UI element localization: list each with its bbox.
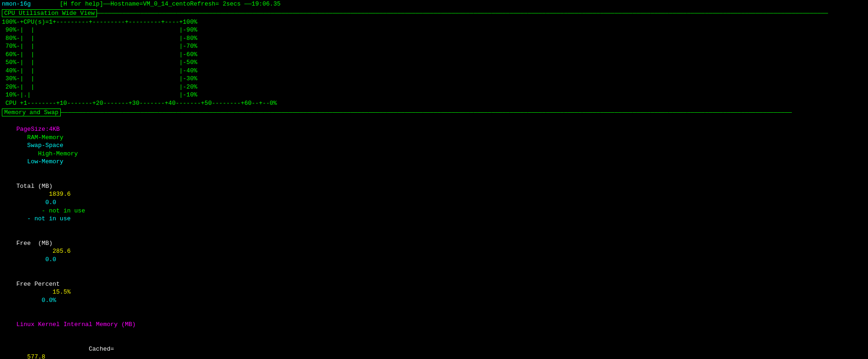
high-memory-label: High-Memory (16, 150, 78, 157)
free-label: Free (MB) (16, 240, 52, 247)
terminal: nmon-16g [H for help]——Hostname=VM_0_14_… (0, 0, 868, 359)
memory-section-label: Memory and Swap (2, 109, 61, 116)
cpu-row-2: 80%-| | |-80% (0, 34, 868, 43)
app-name: nmon-16g (2, 0, 31, 7)
cpu-section-header: CPU Utilisation Wide View———————————————… (0, 8, 868, 18)
cpu-row-0: 100%-+CPU(s)=1+---------+---------+-----… (0, 18, 868, 26)
cpu-row-5: 50%-| | |-50% (0, 58, 868, 67)
total-label: Total (MB) (16, 183, 52, 190)
memory-free-row: Free (MB) 285.6 0.0 (0, 231, 868, 272)
low-memory-label: Low-Memory (16, 158, 63, 165)
free-swap: 0.0 (16, 256, 56, 263)
swap-space-label: Swap-Space (16, 142, 63, 149)
cached-active-row: Cached= 577.8 Active= 1186.3 (0, 337, 868, 359)
total-low: - not in use (16, 215, 71, 222)
ram-memory-label: RAM-Memory (16, 134, 63, 141)
cpu-row-1: 90%-| | |-90% (0, 26, 868, 34)
memory-free-percent-row: Free Percent 15.5% 0.0% (0, 272, 868, 313)
cpu-row-10: CPU +1--------+10-------+20-------+30---… (0, 99, 868, 108)
memory-info-line: PageSize:4KB RAM-Memory Swap-Space High-… (0, 117, 868, 174)
header-help: [H for help]——Hostname=VM_0_14_centoRefr… (31, 0, 280, 7)
header-line: nmon-16g [H for help]——Hostname=VM_0_14_… (0, 0, 868, 8)
page-size: PageSize:4KB (16, 126, 60, 133)
memory-divider: ————————————————————————————————————————… (61, 109, 866, 116)
cpu-row-8: 20%-| | |-20% (0, 83, 868, 91)
free-ram: 285.6 (16, 248, 71, 255)
cpu-row-6: 40%-| | |-40% (0, 67, 868, 75)
kernel-memory-label: Linux Kernel Internal Memory (MB) (0, 313, 868, 337)
cpu-divider: ————————————————————————————————————————… (97, 10, 866, 17)
free-percent-swap: 0.0% (16, 297, 56, 304)
memory-total-row: Total (MB) 1839.6 0.0 - not in use - not… (0, 174, 868, 231)
cpu-row-4: 60%-| | |-60% (0, 51, 868, 59)
free-percent-label: Free Percent (16, 281, 60, 288)
total-swap: 0.0 (16, 199, 56, 206)
memory-section-header: Memory and Swap—————————————————————————… (0, 108, 868, 117)
total-high: - not in use (16, 207, 85, 214)
cpu-row-7: 30%-| | |-30% (0, 75, 868, 83)
cpu-row-3: 70%-| | |-70% (0, 42, 868, 51)
cpu-row-9: 10%-|.| |-10% (0, 91, 868, 99)
total-ram: 1839.6 (16, 191, 71, 198)
free-percent-ram: 15.5% (16, 288, 71, 295)
cpu-section-label: CPU Utilisation Wide View (2, 9, 97, 17)
